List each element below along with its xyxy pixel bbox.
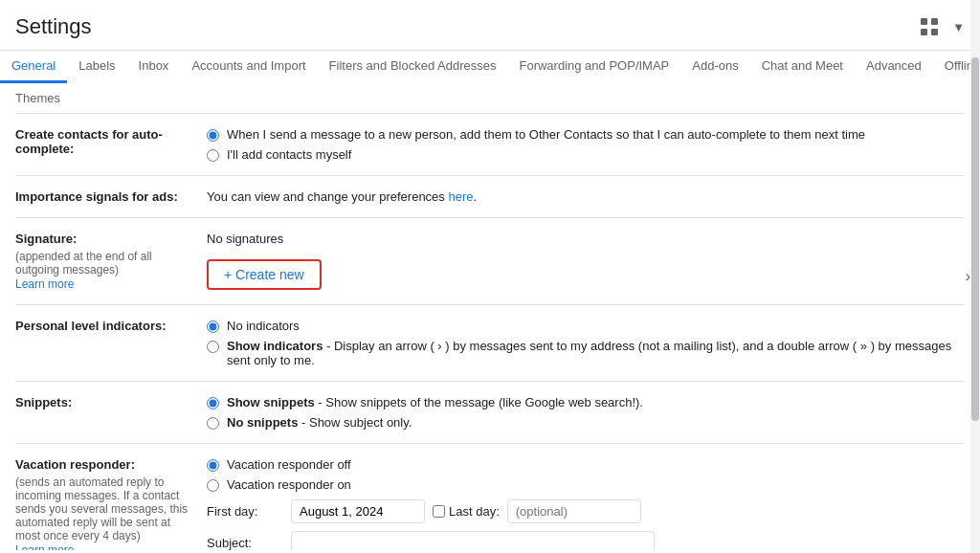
vacation-on-radio[interactable] — [207, 479, 219, 492]
svg-rect-1 — [931, 18, 938, 25]
snippets-none-radio[interactable] — [207, 417, 219, 430]
vacation-row: Vacation responder: (sends an automated … — [15, 444, 965, 550]
importance-signals-label: Importance signals for ads: — [15, 189, 207, 204]
snippets-show[interactable]: Show snippets - Show snippets of the mes… — [207, 395, 965, 409]
vacation-value: Vacation responder off Vacation responde… — [207, 457, 965, 550]
subject-label: Subject: — [207, 536, 283, 550]
snippets-row: Snippets: Show snippets - Show snippets … — [15, 382, 965, 444]
subject-input[interactable] — [291, 531, 655, 550]
last-day-input[interactable] — [507, 499, 641, 523]
scrollbar-track — [970, 0, 980, 553]
tab-addons[interactable]: Add-ons — [680, 51, 749, 83]
create-contacts-manual-radio[interactable] — [207, 149, 219, 162]
vacation-on[interactable]: Vacation responder on — [207, 477, 965, 492]
svg-rect-0 — [921, 18, 927, 25]
create-contacts-manual-label: I'll add contacts myself — [227, 147, 351, 162]
vacation-dates-row: First day: Last day: — [207, 499, 965, 523]
importance-signals-row: Importance signals for ads: You can view… — [15, 176, 965, 218]
personal-level-show-radio[interactable] — [207, 341, 219, 353]
create-contacts-row: Create contacts for auto-complete: When … — [15, 114, 965, 176]
svg-rect-2 — [921, 29, 927, 35]
personal-level-none-label: No indicators — [227, 319, 300, 333]
create-contacts-manual[interactable]: I'll add contacts myself — [207, 147, 965, 162]
create-contacts-value: When I send a message to a new person, a… — [207, 127, 965, 162]
vacation-off[interactable]: Vacation responder off — [207, 457, 965, 472]
signature-sublabel: (appended at the end of all outgoing mes… — [15, 250, 191, 276]
signature-label: Signature: (appended at the end of all o… — [15, 232, 207, 291]
snippets-show-radio[interactable] — [207, 397, 219, 409]
vacation-learn-more-link[interactable]: Learn more — [15, 543, 74, 550]
subject-row: Subject: — [207, 531, 965, 550]
no-signatures-text: No signatures — [207, 232, 965, 246]
signature-value: No signatures + Create new — [207, 232, 965, 291]
first-day-label: First day: — [207, 504, 283, 519]
tab-accounts-import[interactable]: Accounts and Import — [180, 51, 317, 83]
importance-signals-value: You can view and change your preferences… — [207, 189, 965, 204]
snippets-value: Show snippets - Show snippets of the mes… — [207, 395, 965, 430]
last-day-section: Last day: — [433, 499, 641, 523]
snippets-none-label: No snippets - Show subject only. — [227, 415, 412, 430]
chevron-down-icon[interactable]: ▼ — [952, 20, 965, 34]
tab-inbox[interactable]: Inbox — [127, 51, 181, 83]
last-day-label: Last day: — [449, 504, 500, 519]
vacation-on-label: Vacation responder on — [227, 477, 351, 492]
personal-level-show[interactable]: Show indicators - Display an arrow ( › )… — [207, 339, 965, 367]
personal-level-label: Personal level indicators: — [15, 319, 207, 367]
personal-level-value: No indicators Show indicators - Display … — [207, 319, 965, 367]
personal-level-none-radio[interactable] — [207, 321, 219, 333]
create-contacts-auto-radio[interactable] — [207, 129, 219, 142]
signature-row: Signature: (appended at the end of all o… — [15, 218, 965, 305]
snippets-label: Snippets: — [15, 395, 207, 430]
last-day-checkbox[interactable] — [433, 505, 445, 518]
themes-label: Themes — [15, 91, 60, 105]
scroll-right-icon[interactable]: › — [966, 268, 970, 285]
grid-icon[interactable] — [914, 11, 945, 42]
tab-filters[interactable]: Filters and Blocked Addresses — [318, 51, 508, 83]
svg-rect-3 — [931, 29, 938, 35]
vacation-off-radio[interactable] — [207, 459, 219, 472]
create-contacts-auto[interactable]: When I send a message to a new person, a… — [207, 127, 965, 142]
page-title: Settings — [15, 14, 92, 39]
vacation-off-label: Vacation responder off — [227, 457, 351, 472]
personal-level-none[interactable]: No indicators — [207, 319, 965, 333]
tab-chat-meet[interactable]: Chat and Meet — [750, 51, 855, 83]
snippets-none[interactable]: No snippets - Show subject only. — [207, 415, 965, 430]
signature-learn-more-link[interactable]: Learn more — [15, 277, 74, 291]
settings-content: Themes Create contacts for auto-complete… — [0, 83, 980, 550]
importance-signals-link[interactable]: here — [448, 189, 473, 204]
tab-forwarding[interactable]: Forwarding and POP/IMAP — [507, 51, 680, 83]
first-day-input[interactable] — [291, 499, 425, 523]
personal-level-show-label: Show indicators - Display an arrow ( › )… — [227, 339, 965, 367]
personal-level-row: Personal level indicators: No indicators… — [15, 305, 965, 382]
vacation-sublabel: (sends an automated reply to incoming me… — [15, 476, 191, 542]
create-new-button[interactable]: + Create new — [207, 259, 322, 290]
scrollbar-thumb[interactable] — [971, 57, 979, 421]
create-contacts-label: Create contacts for auto-complete: — [15, 127, 207, 162]
themes-row: Themes — [15, 83, 965, 114]
tab-general[interactable]: General — [0, 51, 67, 83]
tab-advanced[interactable]: Advanced — [855, 51, 933, 83]
settings-tabs: General Labels Inbox Accounts and Import… — [0, 51, 980, 83]
vacation-label: Vacation responder: (sends an automated … — [15, 457, 207, 550]
snippets-show-label: Show snippets - Show snippets of the mes… — [227, 395, 643, 409]
tab-labels[interactable]: Labels — [67, 51, 126, 83]
create-contacts-auto-label: When I send a message to a new person, a… — [227, 127, 865, 142]
